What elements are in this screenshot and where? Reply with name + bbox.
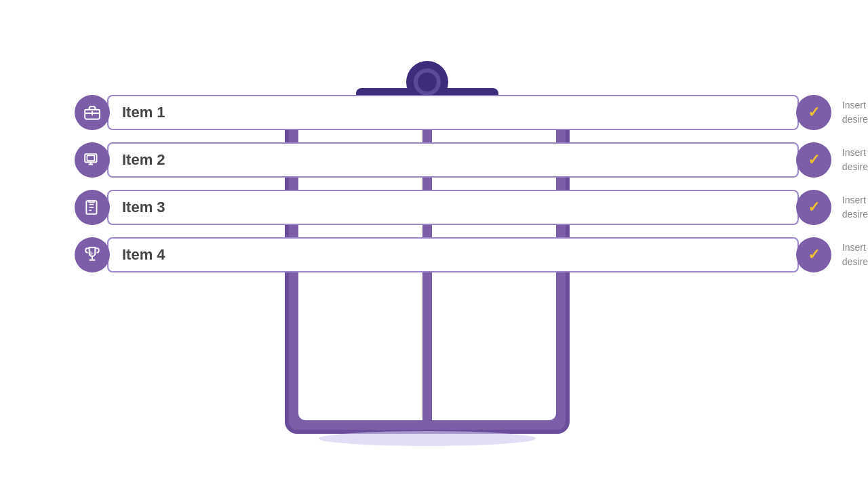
scene: Item 1 ✓ Insert your desired text here. xyxy=(129,20,739,468)
item-label-2[interactable]: Item 2 xyxy=(107,142,799,178)
checklist-row-4: Item 4 ✓ Insert your desired text here. xyxy=(75,237,868,272)
clipboard-shadow xyxy=(319,431,536,446)
checkmark-2: ✓ xyxy=(808,152,820,167)
checklist-items: Item 1 ✓ Insert your desired text here. xyxy=(75,95,868,272)
check-circle-1: ✓ xyxy=(796,95,831,130)
desc-text-4: Insert your desired text here. xyxy=(842,241,868,269)
desc-text-3: Insert your desired text here. xyxy=(842,193,868,222)
monitor-icon xyxy=(83,151,101,169)
trophy-icon xyxy=(83,246,101,264)
desc-text-1: Insert your desired text here. xyxy=(842,98,868,127)
briefcase-icon xyxy=(83,104,101,121)
checkmark-1: ✓ xyxy=(808,105,820,120)
icon-circle-2 xyxy=(75,142,110,178)
desc-text-2: Insert your desired text here. xyxy=(842,146,868,174)
item-label-3[interactable]: Item 3 xyxy=(107,190,799,225)
checkmark-3: ✓ xyxy=(808,200,820,215)
check-circle-2: ✓ xyxy=(796,142,831,178)
check-circle-4: ✓ xyxy=(796,237,831,272)
icon-circle-3 xyxy=(75,190,110,225)
item-label-4[interactable]: Item 4 xyxy=(107,237,799,272)
checklist-row-2: Item 2 ✓ Insert your desired text here. xyxy=(75,142,868,178)
icon-circle-1 xyxy=(75,95,110,130)
checkmark-4: ✓ xyxy=(808,247,820,262)
clipboard-edit-icon xyxy=(83,199,101,216)
item-label-1[interactable]: Item 1 xyxy=(107,95,799,130)
icon-circle-4 xyxy=(75,237,110,272)
checklist-row-3: Item 3 ✓ Insert your desired text here. xyxy=(75,190,868,225)
check-circle-3: ✓ xyxy=(796,190,831,225)
checklist-row-1: Item 1 ✓ Insert your desired text here. xyxy=(75,95,868,130)
svg-rect-4 xyxy=(87,156,94,161)
